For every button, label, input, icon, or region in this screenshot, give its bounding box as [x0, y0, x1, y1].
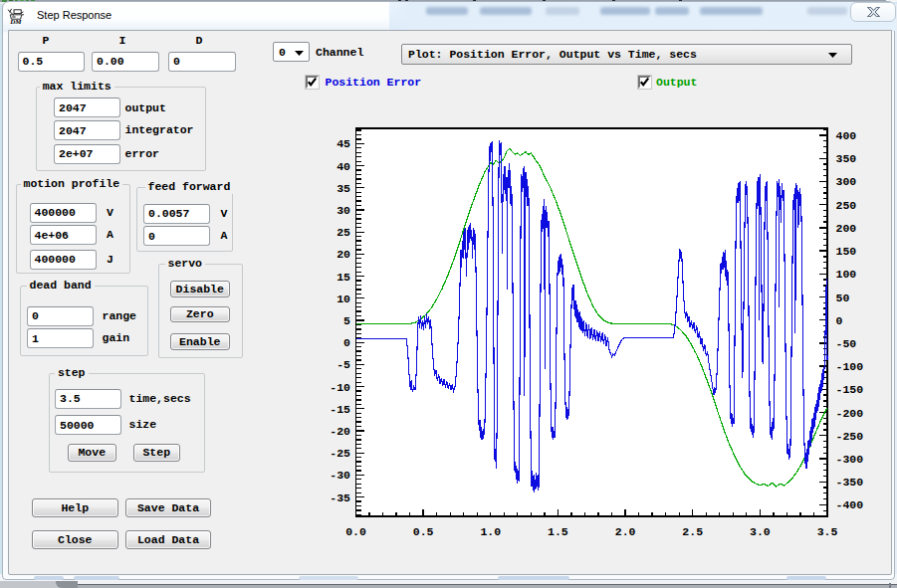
- svg-text:10: 10: [336, 293, 350, 305]
- svg-text:5: 5: [343, 314, 350, 327]
- svg-text:50: 50: [836, 292, 850, 304]
- svg-text:-30: -30: [330, 469, 350, 482]
- svg-text:-250: -250: [836, 430, 864, 443]
- svg-text:-200: -200: [836, 407, 864, 420]
- svg-text:-300: -300: [836, 453, 864, 466]
- svg-text:15: 15: [336, 271, 350, 284]
- svg-text:-20: -20: [330, 425, 350, 438]
- svg-text:300: 300: [836, 175, 857, 188]
- svg-text:2.5: 2.5: [682, 525, 703, 538]
- svg-text:200: 200: [836, 222, 857, 235]
- svg-text:0.0: 0.0: [345, 525, 366, 538]
- svg-text:3.0: 3.0: [750, 525, 771, 538]
- svg-text:-150: -150: [836, 383, 864, 396]
- svg-text:20: 20: [336, 248, 350, 261]
- svg-text:0: 0: [836, 314, 843, 327]
- svg-text:-15: -15: [330, 403, 350, 416]
- svg-text:100: 100: [836, 268, 857, 281]
- svg-text:40: 40: [336, 160, 350, 173]
- svg-text:0.5: 0.5: [413, 525, 434, 538]
- svg-text:250: 250: [836, 199, 857, 212]
- svg-text:150: 150: [836, 245, 857, 258]
- svg-text:1.5: 1.5: [548, 525, 568, 538]
- svg-text:-400: -400: [836, 498, 864, 511]
- svg-text:25: 25: [336, 226, 350, 239]
- svg-text:400: 400: [836, 129, 857, 142]
- svg-text:350: 350: [836, 152, 857, 165]
- svg-text:-100: -100: [836, 360, 864, 373]
- svg-text:-35: -35: [330, 491, 350, 504]
- svg-text:-350: -350: [836, 476, 864, 489]
- svg-text:1.0: 1.0: [480, 525, 501, 538]
- svg-text:2.0: 2.0: [615, 525, 636, 538]
- svg-text:DM: DM: [9, 18, 22, 26]
- svg-text:45: 45: [336, 137, 350, 150]
- svg-text:30: 30: [336, 204, 350, 217]
- svg-text:-10: -10: [330, 381, 350, 394]
- svg-text:-5: -5: [336, 358, 350, 371]
- svg-text:35: 35: [336, 182, 350, 195]
- svg-text:-25: -25: [330, 447, 350, 460]
- svg-text:3.5: 3.5: [817, 525, 838, 538]
- svg-text:-50: -50: [836, 337, 857, 350]
- svg-text:0: 0: [343, 336, 350, 349]
